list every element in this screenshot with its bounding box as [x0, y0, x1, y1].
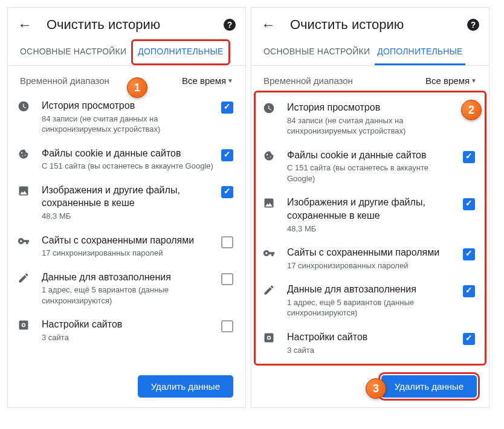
clock-icon [18, 100, 32, 115]
page-title: Очистить историю [47, 17, 224, 33]
checkbox-autofill[interactable] [463, 285, 475, 297]
item-sub: 17 синхронизированных паролей [42, 248, 216, 259]
item-sub: 1 адрес, ещё 5 вариантов (данные синхрон… [287, 297, 458, 318]
step-marker-2: 2 [461, 100, 482, 120]
item-cache[interactable]: Изображения и другие файлы, сохраненные … [256, 190, 485, 240]
checkbox-cache[interactable] [221, 186, 233, 198]
tab-advanced[interactable]: ДОПОЛНИТЕЛЬНЫЕ [131, 39, 230, 65]
item-title: Сайты с сохраненными паролями [287, 246, 458, 259]
item-passwords[interactable]: Сайты с сохраненными паролями17 синхрони… [8, 228, 245, 265]
cookie-icon [263, 150, 277, 165]
item-sub: 3 сайта [287, 345, 458, 356]
help-icon[interactable]: ? [467, 19, 479, 31]
timerange-dropdown[interactable]: Все время▼ [425, 76, 477, 86]
item-sitesettings[interactable]: Настройки сайтов3 сайта [256, 324, 485, 361]
back-arrow-icon[interactable]: ← [261, 16, 276, 33]
checkbox-cache[interactable] [463, 198, 475, 210]
items-list: История просмотров84 записи (не считая д… [254, 91, 486, 366]
page-title: Очистить историю [290, 17, 467, 33]
item-autofill[interactable]: Данные для автозаполнения1 адрес, ещё 5 … [8, 265, 245, 312]
timerange-label: Временной диапазон [20, 76, 109, 86]
checkbox-passwords[interactable] [221, 236, 233, 248]
item-sub: 1 адрес, ещё 5 вариантов (данные синхрон… [42, 285, 216, 306]
item-cookies[interactable]: Файлы cookie и данные сайтовС 151 сайта … [256, 143, 485, 190]
tab-basic[interactable]: ОСНОВНЫЕ НАСТРОЙКИ [261, 39, 372, 65]
caret-down-icon: ▼ [471, 77, 477, 84]
item-sub: 3 сайта [42, 332, 216, 343]
header: ← Очистить историю ? [8, 8, 245, 39]
footer: 3 Удалить данные [251, 368, 489, 407]
item-sub: 17 синхронизированных паролей [287, 260, 458, 271]
checkbox-cookies[interactable] [463, 151, 475, 163]
step-marker-1: 1 [127, 77, 147, 98]
delete-button[interactable]: Удалить данные [138, 375, 233, 398]
cookie-icon [18, 148, 32, 163]
item-title: Сайты с сохраненными паролями [42, 234, 216, 247]
tab-advanced[interactable]: ДОПОЛНИТЕЛЬНЫЕ [375, 39, 465, 65]
item-cache[interactable]: Изображения и другие файлы, сохраненные … [8, 178, 245, 228]
item-sub: 48,3 МБ [42, 211, 216, 222]
settings-sheet-icon [18, 319, 32, 334]
header: ← Очистить историю ? [251, 8, 489, 39]
timerange-label: Временной диапазон [263, 76, 353, 86]
settings-sheet-icon [263, 332, 277, 347]
screen-left: ← Очистить историю ? ОСНОВНЫЕ НАСТРОЙКИ … [7, 7, 246, 408]
tab-basic[interactable]: ОСНОВНЫЕ НАСТРОЙКИ [18, 39, 129, 65]
back-arrow-icon[interactable]: ← [18, 16, 32, 33]
clock-icon [263, 102, 277, 117]
checkbox-sitesettings[interactable] [221, 320, 233, 332]
checkbox-history[interactable] [221, 102, 233, 114]
image-icon [263, 197, 277, 212]
items-list: История просмотров84 записи (не считая д… [8, 91, 245, 368]
tabs: ОСНОВНЫЕ НАСТРОЙКИ ДОПОЛНИТЕЛЬНЫЕ [8, 39, 245, 66]
timerange-row: Временной диапазон Все время▼ [251, 66, 489, 91]
footer: Удалить данные [8, 368, 245, 407]
item-sub: 84 записи (не считая данных на синхрониз… [287, 115, 458, 137]
item-sub: 84 записи (не считая данных на синхрониз… [42, 114, 216, 135]
item-sub: С 151 сайта (вы останетесь в аккаунте Go… [42, 161, 216, 172]
caret-down-icon: ▼ [227, 77, 233, 84]
item-title: Файлы cookie и данные сайтов [287, 149, 458, 162]
item-history[interactable]: История просмотров84 записи (не считая д… [8, 93, 245, 141]
item-title: Файлы cookie и данные сайтов [42, 147, 216, 160]
image-icon [18, 185, 32, 200]
checkbox-passwords[interactable] [463, 248, 475, 260]
item-title: Настройки сайтов [287, 331, 458, 344]
item-title: Данные для автозаполнения [42, 271, 216, 284]
item-passwords[interactable]: Сайты с сохраненными паролями17 синхрони… [256, 240, 485, 277]
item-title: История просмотров [287, 101, 458, 114]
item-title: Изображения и другие файлы, сохраненные … [287, 196, 458, 222]
item-title: История просмотров [42, 99, 216, 112]
checkbox-autofill[interactable] [221, 273, 233, 285]
help-icon[interactable]: ? [224, 19, 236, 31]
item-history[interactable]: История просмотров84 записи (не считая д… [256, 95, 485, 143]
checkbox-cookies[interactable] [221, 149, 233, 161]
timerange-dropdown[interactable]: Все время▼ [182, 76, 233, 86]
tabs: ОСНОВНЫЕ НАСТРОЙКИ ДОПОЛНИТЕЛЬНЫЕ [251, 39, 489, 66]
item-cookies[interactable]: Файлы cookie и данные сайтовС 151 сайта … [8, 141, 245, 178]
pencil-icon [18, 272, 32, 287]
item-title: Данные для автозаполнения [287, 283, 458, 296]
delete-button[interactable]: Удалить данные [381, 375, 477, 398]
item-sitesettings[interactable]: Настройки сайтов3 сайта [8, 312, 245, 349]
key-icon [263, 247, 277, 262]
item-title: Изображения и другие файлы, сохраненные … [42, 184, 216, 210]
item-title: Настройки сайтов [42, 318, 216, 331]
item-sub: 48,3 МБ [287, 224, 458, 234]
step-marker-3: 3 [366, 378, 386, 399]
screen-right: ← Очистить историю ? ОСНОВНЫЕ НАСТРОЙКИ … [251, 7, 489, 408]
pencil-icon [263, 284, 277, 299]
item-sub: С 151 сайта (вы останетесь в аккаунте Go… [287, 163, 458, 184]
key-icon [18, 235, 32, 250]
item-autofill[interactable]: Данные для автозаполнения1 адрес, ещё 5 … [256, 277, 485, 324]
checkbox-sitesettings[interactable] [463, 333, 475, 345]
